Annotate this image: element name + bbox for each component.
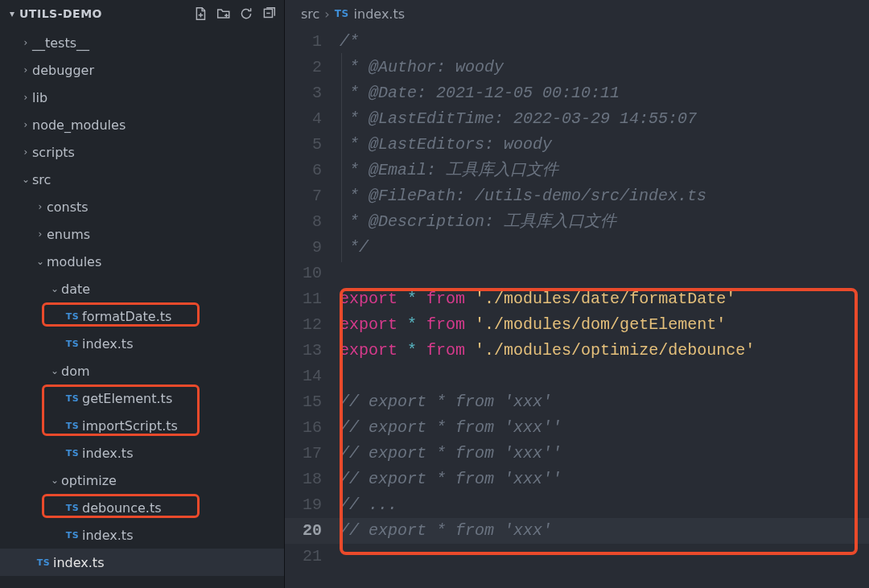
chevron-right-icon[interactable]: › (19, 64, 32, 76)
ts-file-icon: TS (63, 421, 82, 431)
refresh-icon[interactable] (239, 6, 253, 21)
chevron-down-icon[interactable]: ⌄ (48, 365, 61, 376)
breadcrumb-seg[interactable]: index.ts (354, 6, 405, 22)
file-item[interactable]: TSimportScript.ts (0, 412, 284, 439)
code-line[interactable]: 17// export * from 'xxx'' (285, 441, 869, 467)
tree-item-label: importScript.ts (82, 418, 178, 434)
folder-item[interactable]: ›lib (0, 84, 284, 111)
breadcrumb: src › TS index.ts (285, 0, 869, 27)
chevron-right-icon: › (324, 6, 329, 22)
code-line[interactable]: 2 * @Author: woody (285, 55, 869, 80)
code-area[interactable]: 1/*2 * @Author: woody3 * @Date: 2021-12-… (285, 27, 869, 569)
folder-item[interactable]: ⌄dom (0, 357, 284, 384)
folder-item[interactable]: ⌄src (0, 166, 284, 193)
file-item[interactable]: TSindex.ts (0, 439, 284, 467)
code-line[interactable]: 14 (285, 364, 869, 389)
folder-item[interactable]: ›scripts (0, 138, 284, 166)
file-explorer: ▾ UTILS-DEMO ›__tests__›debugger›lib›nod… (0, 0, 285, 588)
chevron-right-icon[interactable]: › (34, 228, 47, 240)
line-number: 7 (285, 183, 340, 209)
code-line[interactable]: 1/* (285, 29, 869, 55)
code-line[interactable]: 10 (285, 261, 869, 286)
folder-item[interactable]: ›__tests__ (0, 29, 284, 56)
folder-item[interactable]: ⌄modules (0, 248, 284, 275)
code-text: // export * from 'xxx'' (340, 415, 869, 441)
new-file-icon[interactable] (194, 6, 208, 21)
chevron-right-icon[interactable]: › (19, 119, 32, 130)
tree-item-label: lib (32, 90, 47, 105)
file-item[interactable]: TSgetElement.ts (0, 384, 284, 412)
file-item[interactable]: TSindex.ts (0, 521, 284, 549)
chevron-right-icon[interactable]: › (19, 146, 32, 158)
line-number: 4 (285, 106, 340, 132)
line-number: 10 (285, 261, 340, 286)
folder-item[interactable]: ⌄date (0, 275, 284, 302)
line-number: 21 (285, 544, 340, 569)
new-folder-icon[interactable] (216, 6, 231, 21)
code-text: /* (340, 29, 869, 55)
line-number: 14 (285, 364, 340, 389)
code-line[interactable]: 6 * @Email: 工具库入口文件 (285, 158, 869, 183)
file-item[interactable]: TSdebounce.ts (0, 494, 284, 521)
chevron-down-icon[interactable]: ▾ (5, 8, 19, 19)
code-line[interactable]: 12export * from './modules/dom/getElemen… (285, 312, 869, 338)
code-line[interactable]: 21 (285, 544, 869, 569)
code-line[interactable]: 7 * @FilePath: /utils-demo/src/index.ts (285, 183, 869, 209)
line-number: 13 (285, 338, 340, 364)
folder-item[interactable]: ›consts (0, 193, 284, 220)
chevron-down-icon[interactable]: ⌄ (48, 283, 61, 294)
code-line[interactable]: 9 */ (285, 235, 869, 261)
code-text: * @FilePath: /utils-demo/src/index.ts (340, 183, 869, 209)
explorer-header: ▾ UTILS-DEMO (0, 0, 284, 27)
file-item[interactable]: TSindex.ts (0, 330, 284, 357)
code-text: // export * from 'xxx' (340, 389, 869, 415)
folder-item[interactable]: ›enums (0, 220, 284, 248)
breadcrumb-seg[interactable]: src (301, 6, 319, 22)
code-text: // ... (340, 492, 869, 518)
chevron-right-icon[interactable]: › (34, 201, 47, 212)
code-line[interactable]: 13export * from './modules/optimize/debo… (285, 338, 869, 364)
chevron-down-icon[interactable]: ⌄ (48, 475, 61, 486)
folder-item[interactable]: ›debugger (0, 56, 284, 84)
ts-file-icon: TS (63, 448, 82, 458)
folder-item[interactable]: ›node_modules (0, 111, 284, 138)
code-line[interactable]: 19// ... (285, 492, 869, 518)
code-line[interactable]: 18// export * from 'xxx'' (285, 467, 869, 492)
tree-item-label: index.ts (82, 446, 133, 461)
line-number: 2 (285, 55, 340, 80)
file-item[interactable]: TSindex.ts (0, 549, 284, 576)
tree-item-label: node_modules (32, 117, 126, 133)
line-number: 18 (285, 467, 340, 492)
chevron-down-icon[interactable]: ⌄ (19, 174, 32, 185)
file-item[interactable]: TSformatDate.ts (0, 302, 284, 330)
folder-item[interactable]: ⌄optimize (0, 467, 284, 494)
ts-file-icon: TS (63, 393, 82, 404)
ts-file-icon: TS (63, 311, 82, 322)
code-text: * @Description: 工具库入口文件 (340, 209, 869, 235)
tree-item-label: dom (61, 364, 90, 379)
chevron-right-icon[interactable]: › (19, 37, 32, 48)
code-text: */ (340, 235, 869, 261)
code-line[interactable]: 16// export * from 'xxx'' (285, 415, 869, 441)
file-tree: ›__tests__›debugger›lib›node_modules›scr… (0, 27, 284, 588)
collapse-all-icon[interactable] (262, 6, 276, 21)
code-line[interactable]: 3 * @Date: 2021-12-05 00:10:11 (285, 80, 869, 106)
code-line[interactable]: 20// export * from 'xxx' (285, 518, 869, 544)
code-line[interactable]: 5 * @LastEditors: woody (285, 132, 869, 158)
line-number: 20 (285, 518, 340, 544)
chevron-down-icon[interactable]: ⌄ (34, 256, 47, 267)
code-line[interactable]: 11export * from './modules/date/formatDa… (285, 286, 869, 312)
line-number: 6 (285, 158, 340, 183)
line-number: 17 (285, 441, 340, 467)
code-line[interactable]: 4 * @LastEditTime: 2022-03-29 14:55:07 (285, 106, 869, 132)
tree-item-label: debugger (32, 63, 94, 78)
project-title: UTILS-DEMO (19, 7, 194, 20)
code-text: // export * from 'xxx'' (340, 467, 869, 492)
line-number: 1 (285, 29, 340, 55)
code-line[interactable]: 15// export * from 'xxx' (285, 389, 869, 415)
tree-item-label: enums (47, 227, 90, 242)
code-line[interactable]: 8 * @Description: 工具库入口文件 (285, 209, 869, 235)
code-text: export * from './modules/optimize/deboun… (340, 338, 869, 364)
line-number: 8 (285, 209, 340, 235)
chevron-right-icon[interactable]: › (19, 92, 32, 103)
